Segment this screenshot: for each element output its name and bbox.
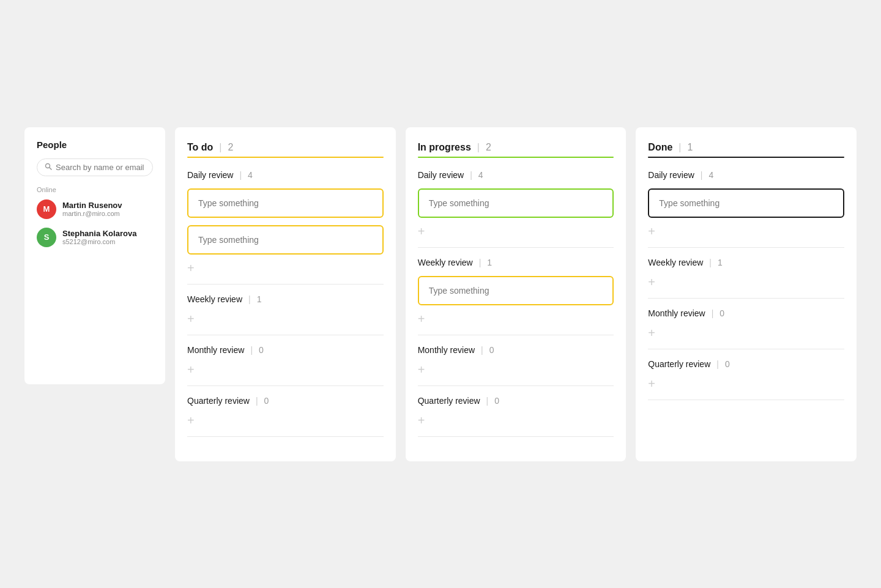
- section-header: Monthly review | 0: [648, 308, 844, 318]
- column-underline: [418, 157, 614, 158]
- section-title: Monthly review: [648, 308, 705, 318]
- add-card-button[interactable]: +: [648, 276, 655, 288]
- section-divider: |: [239, 170, 242, 180]
- section-count: 0: [489, 345, 494, 355]
- section-header: Quarterly review | 0: [187, 396, 384, 406]
- section-title: Quarterly review: [187, 396, 250, 406]
- section-header: Monthly review | 0: [187, 345, 384, 355]
- column-header: Done | 1: [648, 142, 844, 153]
- section-quarterly-review: Quarterly review | 0 +: [418, 396, 614, 437]
- section-separator: [418, 247, 614, 248]
- section-header: Daily review | 4: [648, 170, 844, 180]
- section-title: Monthly review: [187, 345, 244, 355]
- card-input[interactable]: [187, 188, 384, 218]
- column-inprogress: In progress | 2 Daily review | 4 + Weekl…: [406, 127, 626, 461]
- section-separator: [418, 436, 614, 437]
- section-count: 1: [487, 258, 492, 267]
- section-monthly-review: Monthly review | 0 +: [648, 308, 844, 349]
- section-weekly-review: Weekly review | 1 +: [418, 258, 614, 335]
- add-card-button[interactable]: +: [648, 378, 655, 390]
- user-email: martin.r@miro.com: [62, 210, 122, 217]
- section-title: Quarterly review: [418, 396, 480, 406]
- section-header: Monthly review | 0: [418, 345, 614, 355]
- section-count: 0: [259, 345, 264, 355]
- section-title: Daily review: [187, 170, 233, 180]
- section-separator: [418, 385, 614, 386]
- column-title: In progress: [418, 142, 471, 153]
- main-container: People Online M Martin Rusenov martin.r@…: [0, 103, 881, 486]
- users-list: M Martin Rusenov martin.r@miro.com S Ste…: [37, 199, 153, 247]
- column-divider: |: [678, 142, 681, 153]
- add-card-button[interactable]: +: [418, 363, 425, 376]
- column-underline: [187, 157, 384, 158]
- section-divider: |: [701, 170, 703, 180]
- column-title: To do: [187, 142, 213, 153]
- section-separator: [187, 284, 384, 285]
- section-header: Weekly review | 1: [648, 258, 844, 267]
- section-divider: |: [486, 396, 489, 406]
- section-header: Daily review | 4: [418, 170, 614, 180]
- section-daily-review: Daily review | 4 +: [648, 170, 844, 248]
- section-separator: [187, 385, 384, 386]
- section-divider: |: [709, 258, 712, 267]
- section-separator: [648, 400, 844, 400]
- people-panel-title: People: [37, 140, 153, 150]
- user-email: s5212@miro.com: [62, 238, 136, 245]
- column-header: In progress | 2: [418, 142, 614, 153]
- people-panel: People Online M Martin Rusenov martin.r@…: [24, 127, 165, 384]
- svg-line-1: [50, 168, 51, 169]
- section-header: Weekly review | 1: [418, 258, 614, 267]
- section-count: 0: [725, 359, 730, 369]
- add-card-button[interactable]: +: [187, 262, 195, 274]
- section-title: Monthly review: [418, 345, 475, 355]
- add-card-button[interactable]: +: [187, 363, 195, 376]
- section-header: Quarterly review | 0: [418, 396, 614, 406]
- online-label: Online: [37, 186, 153, 193]
- add-card-button[interactable]: +: [418, 225, 425, 237]
- section-weekly-review: Weekly review | 1 +: [648, 258, 844, 299]
- card-input[interactable]: [648, 188, 844, 218]
- card-input[interactable]: [418, 188, 614, 218]
- user-info: Stephania Kolarova s5212@miro.com: [62, 229, 136, 245]
- card-input[interactable]: [187, 225, 384, 255]
- column-divider: |: [477, 142, 480, 153]
- section-title: Daily review: [648, 170, 694, 180]
- section-count: 1: [257, 294, 262, 304]
- section-header: Daily review | 4: [187, 170, 384, 180]
- section-quarterly-review: Quarterly review | 0 +: [648, 359, 844, 400]
- section-title: Daily review: [418, 170, 464, 180]
- section-divider: |: [470, 170, 472, 180]
- user-item: M Martin Rusenov martin.r@miro.com: [37, 199, 153, 219]
- add-card-button[interactable]: +: [418, 414, 425, 426]
- column-header: To do | 2: [187, 142, 384, 153]
- section-divider: |: [712, 308, 714, 318]
- section-header: Weekly review | 1: [187, 294, 384, 304]
- user-name: Martin Rusenov: [62, 201, 122, 210]
- section-separator: [648, 349, 844, 349]
- avatar: S: [37, 228, 56, 247]
- section-count: 4: [248, 170, 253, 180]
- section-divider: |: [479, 258, 481, 267]
- search-input[interactable]: [56, 163, 145, 172]
- user-name: Stephania Kolarova: [62, 229, 136, 238]
- card-input[interactable]: [418, 276, 614, 305]
- section-separator: [648, 247, 844, 248]
- add-card-button[interactable]: +: [187, 414, 195, 426]
- add-card-button[interactable]: +: [648, 327, 655, 339]
- add-card-button[interactable]: +: [648, 225, 655, 237]
- section-title: Quarterly review: [648, 359, 710, 369]
- column-divider: |: [219, 142, 221, 153]
- column-underline: [648, 157, 844, 158]
- svg-point-0: [46, 163, 50, 168]
- section-header: Quarterly review | 0: [648, 359, 844, 369]
- section-separator: [418, 335, 614, 335]
- user-item: S Stephania Kolarova s5212@miro.com: [37, 228, 153, 247]
- section-separator: [187, 436, 384, 437]
- add-card-button[interactable]: +: [418, 313, 425, 325]
- kanban-board: To do | 2 Daily review | 4 + Weekly revi…: [175, 127, 857, 461]
- section-count: 0: [719, 308, 724, 318]
- section-separator: [187, 335, 384, 335]
- section-title: Weekly review: [418, 258, 473, 267]
- section-separator: [648, 298, 844, 299]
- add-card-button[interactable]: +: [187, 313, 195, 325]
